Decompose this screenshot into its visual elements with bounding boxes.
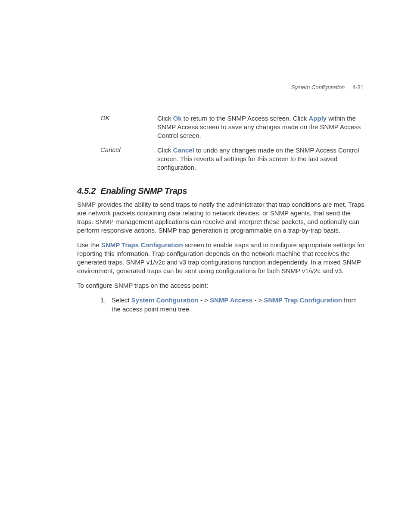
text: Click <box>157 115 173 122</box>
definition-table: OK Click Ok to return to the SNMP Access… <box>100 114 366 172</box>
definition-term: OK <box>100 114 157 140</box>
text: Select <box>112 296 131 304</box>
definition-description: Click Cancel to undo any changes made on… <box>157 146 366 172</box>
header-section-name: System Configuration <box>291 84 345 90</box>
snmp-access-link[interactable]: SNMP Access <box>210 296 252 304</box>
cancel-link[interactable]: Cancel <box>173 146 194 154</box>
text: Use the <box>77 241 101 249</box>
system-configuration-link[interactable]: System Configuration <box>131 296 199 304</box>
header-page-number: 4-31 <box>352 84 364 90</box>
section-title: Enabling SNMP Traps <box>100 186 187 196</box>
definition-term: Cancel <box>100 146 157 172</box>
text: - > <box>199 296 210 304</box>
section-number: 4.5.2 <box>77 186 96 196</box>
paragraph: Use the SNMP Traps Configuration screen … <box>77 241 366 275</box>
snmp-trap-configuration-link[interactable]: SNMP Trap Configuration <box>264 296 342 304</box>
section-heading: 4.5.2 Enabling SNMP Traps <box>77 186 366 196</box>
text: - > <box>252 296 264 304</box>
page-header: System Configuration 4-31 <box>291 84 364 90</box>
page-content: OK Click Ok to return to the SNMP Access… <box>77 114 366 314</box>
snmp-traps-configuration-link[interactable]: SNMP Traps Configuration <box>101 241 183 249</box>
step-body: Select System Configuration - > SNMP Acc… <box>112 296 366 313</box>
definition-description: Click Ok to return to the SNMP Access sc… <box>157 114 366 140</box>
paragraph: To configure SNMP traps on the access po… <box>77 281 366 290</box>
text: Click <box>157 146 173 154</box>
step-item: 1. Select System Configuration - > SNMP … <box>100 296 366 313</box>
definition-row-ok: OK Click Ok to return to the SNMP Access… <box>100 114 366 140</box>
paragraph: SNMP provides the ability to send traps … <box>77 200 366 235</box>
text: to return to the SNMP Access screen. Cli… <box>182 115 309 122</box>
step-number: 1. <box>100 296 112 313</box>
definition-row-cancel: Cancel Click Cancel to undo any changes … <box>100 146 366 172</box>
apply-link[interactable]: Apply <box>309 115 327 122</box>
step-list: 1. Select System Configuration - > SNMP … <box>100 296 366 313</box>
ok-link[interactable]: Ok <box>173 115 182 122</box>
